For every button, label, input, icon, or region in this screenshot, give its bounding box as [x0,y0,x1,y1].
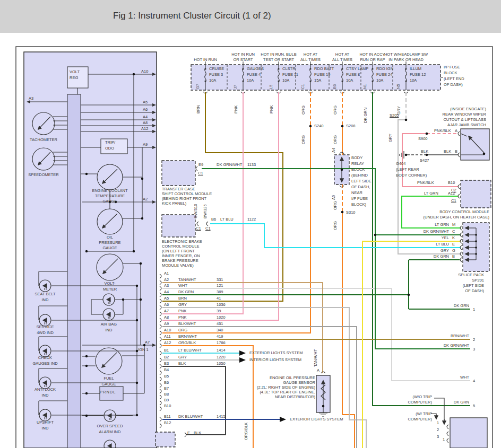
wire-tag-org: ORG [301,106,306,115]
splice-pack-label: (LEFT SIDE [463,283,484,288]
fuse-pin: C1 [300,84,305,89]
wire-tag-gry: GRY [388,134,393,142]
wire-tag-pnk: PNK [234,106,238,113]
pin-id: A6 [164,302,178,307]
relay-label: I/P FUSE [351,196,368,201]
fuse-name: CLSTR [282,66,296,72]
splice-pack-label: OF DASH) [465,288,484,294]
sp-pin: E [452,242,455,247]
wire-tag-org: ORG [333,135,338,144]
bcm-label: BODY CONTROL MODULE [439,209,489,215]
pin-id: A10 [164,328,178,332]
sp-pin: M [452,222,455,227]
pin-wire: GRY [178,302,217,307]
switch-label: (INSIDE ENDGATE) [450,107,486,112]
fuse-name: 10A [247,78,254,83]
fuse-name: FUSE 11 [282,72,298,77]
fuse-name: CTSY LAMP [346,66,368,72]
pin-id: A5 [164,296,178,301]
fuse-pin: L5 [269,85,273,89]
sp-wire: GRY [440,248,449,253]
pin-wire: PNK [178,315,217,320]
sp-pin: C [452,229,455,234]
sensor-label: NEAR DISTRIBUTOR) [275,394,315,400]
sensor-pin: A [317,368,319,373]
relay-label: BODY [351,155,362,161]
pin-row: A6GRY1036 [164,302,226,307]
wire-tag-org: ORG [333,201,338,210]
splice-s205: S205 [390,113,399,118]
ground-g404-loc: BODY CORNER) [396,173,427,178]
coolant-gauge-label: TEMPERATURE [73,194,147,199]
fuse-pin: E6 [332,84,337,89]
ebcm-pin2: BW/325 [203,204,208,218]
cluster-pin-a5: A5 [143,100,148,105]
pin-id: B10 [164,403,178,408]
ebcm-conn2: C1 [205,226,211,231]
pin-id: A7 [164,309,178,313]
ebcm-conn1: C1 [196,226,201,231]
transfer-pin: E9 [198,162,203,168]
fuse-pin: N5 [396,84,401,89]
pin-row: B10 [164,403,178,408]
fuse-name: 10A [282,78,289,83]
w-trip-label: COMPUTER) [408,417,432,422]
stub-num: 5 [473,403,475,409]
pin-wire: WHT [178,283,217,288]
fuse-name: RDO IGN [376,66,393,72]
stub-num: 4 [473,379,475,384]
ground-g404-loc: (LEFT REAR [396,167,419,172]
pin-id: A11 [164,334,178,339]
relay-label: BLOCK) [351,202,366,207]
stub-wire: WHT [460,375,469,380]
ebcm-label: MODULE VALVE) [162,263,194,268]
fuse-name: 10A [346,78,353,83]
pin-id: A1 [164,271,178,276]
pin-row: A2TAN/WHT331 [164,277,223,282]
pin-id: A3 [164,283,178,288]
splice-s900: S900 [418,136,428,142]
pin-wire: BLK/WHT [178,321,217,326]
bcm-label: (UNDER DASH, ON HEATER CASE) [424,215,489,220]
pin-circuit: 331 [217,277,223,282]
pin-id: B3 [164,361,178,366]
relay-pin-a4: A4 [331,148,336,153]
volt-reg-label: REG [70,75,78,81]
switch-label: AJAR JAMB SWITCH [447,122,486,128]
cluster-pin-ign1: IGN 1 [138,347,149,353]
fuse-name: 10A [376,78,383,83]
pin-row: A11BRN/WHT419 [164,334,223,339]
w-trip-label: (W/ TRIP [416,411,432,417]
splice-pack-label: SPLICE PACK [458,273,484,278]
ground-g404: G404 [396,161,405,166]
pin-row: B6 [164,380,178,385]
switch-pin-a: A [455,128,457,134]
pin-id: B4 [164,367,178,372]
trip-odo-label: TRIP/ [105,140,115,145]
pin-wire: PNK [178,309,217,313]
antilock-ind-label: IND [8,393,82,398]
wire-tag-tan-wht: TAN/WHT [313,349,318,367]
pin-row: A7PNK39 [164,309,221,313]
speedometer-label: SPEEDOMETER [6,172,81,178]
upshift-ind-label: IND [8,426,82,431]
switch-label: REAR WINDOW WIPER [443,112,487,117]
wo-trip-label: (W/O TRIP [412,394,432,400]
pin-circuit: 1050 [217,361,226,366]
pin-row: A5BRN41 [164,296,221,301]
trip-pin-num: 2 [437,427,439,433]
transfer-label: KICK PANEL) [162,201,186,206]
coolant-gauge-label: GAUGE [73,199,147,204]
stub-num: 2 [473,337,475,342]
stub-wire: DK GRN [454,303,469,309]
ebcm-pin1: GW/310 [193,204,198,218]
cluster-pin-a3: A3 [29,96,33,101]
pin-id: B9 [164,398,178,402]
pin-circuit: 41 [217,296,221,301]
antilock-ind-label: ANTI-LOCK [8,387,82,392]
trip-odo-label: ODO [105,146,114,151]
wire-tag-org: ORG [333,106,338,115]
pin-row: B9 [164,398,178,402]
pin-wire: GRY [178,355,217,359]
oil-gauge-label: GAUGE [73,245,147,251]
